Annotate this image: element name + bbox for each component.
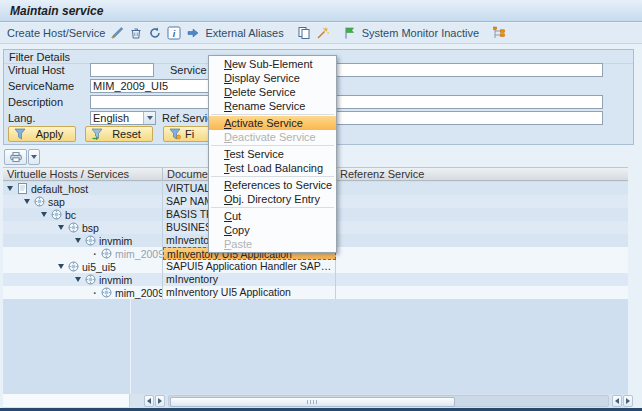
virtual-host-input[interactable] [90,63,154,77]
menu-item-cut[interactable]: Cut [209,209,336,223]
node-label: bc [65,209,76,221]
node-label: bsp [82,222,99,234]
leaf-icon: · [92,287,98,299]
service-icon [85,235,96,246]
tree-cell[interactable]: ·mim_2009_ui5 [3,247,163,260]
menu-item-deactivate-service: Deactivate Service [209,130,336,144]
ref-cell [336,221,628,234]
tree-cell[interactable]: default_host [3,182,163,195]
tree-cell[interactable]: bsp [3,221,163,234]
scroll-left-icon[interactable] [612,395,622,407]
service-icon [68,261,79,272]
scroll-left-icon[interactable] [144,395,154,407]
info-icon[interactable]: i [167,26,181,40]
table-row[interactable]: ·mim_2009_ui5mInventory UI5 Application [3,286,628,299]
expander-icon[interactable] [24,199,30,204]
reset-button-label: Reset [107,128,152,140]
service-icon [101,287,112,298]
dropdown-icon [31,155,37,159]
delete-icon[interactable] [129,26,143,40]
context-menu: New Sub-ElementDisplay ServiceDelete Ser… [208,55,337,253]
menu-item-activate-service[interactable]: Activate Service [209,116,336,130]
menu-separator [211,207,334,208]
tree-cell[interactable]: ·mim_2009_ui5 [3,286,163,299]
doc-cell[interactable]: mInventory UI5 Application [163,286,336,299]
menu-item-new-sub-element[interactable]: New Sub-Element [209,57,336,71]
hierarchy-icon[interactable] [492,26,506,40]
expander-icon[interactable] [41,212,47,217]
print-button[interactable] [4,149,27,165]
service-icon [101,248,112,259]
doc-cell[interactable]: SAPUI5 Application Handler SAPUI5 Applic… [163,260,336,273]
column-header-referenz-service[interactable]: Referenz Service [336,168,628,180]
page-title: Maintain service [10,4,103,18]
tree-cell[interactable]: invmim [3,273,163,286]
table-empty-area [3,299,628,394]
node-label: ui5_ui5 [82,261,116,273]
ref-cell [336,208,628,221]
expander-icon[interactable] [75,277,81,282]
refresh-icon[interactable] [148,26,162,40]
tree-cell[interactable]: sap [3,195,163,208]
service-name-label: ServiceName [8,80,74,92]
expander-icon[interactable] [58,225,64,230]
expander-icon[interactable] [75,238,81,243]
horizontal-scrollbar-row [3,394,628,408]
service-icon [68,222,79,233]
create-host-service-button[interactable]: Create Host/Service [7,27,105,39]
edit-icon[interactable] [110,26,124,40]
application-toolbar: Create Host/Service i External Aliases S… [0,23,642,44]
scroll-right-icon[interactable] [623,395,633,407]
menu-item-display-service[interactable]: Display Service [209,71,336,85]
menu-item-delete-service[interactable]: Delete Service [209,85,336,99]
service-icon [34,196,45,207]
tree-cell[interactable]: invmim [3,234,163,247]
copy-icon[interactable] [297,26,311,40]
dropdown-icon[interactable] [143,112,155,124]
menu-separator [211,145,334,146]
clean-icon[interactable] [316,26,330,40]
menu-item-test-load-balancing[interactable]: Test Load Balancing [209,161,336,175]
apply-button[interactable]: Apply [8,126,76,142]
language-value: English [91,112,143,124]
filter-fine-icon [169,128,181,140]
doc-cell[interactable]: mInventory [163,273,336,286]
reset-button[interactable]: Reset [85,126,153,142]
ref-cell [336,182,628,195]
print-dropdown-button[interactable] [28,149,40,165]
tree-cell[interactable]: bc [3,208,163,221]
table-row[interactable]: ui5_ui5SAPUI5 Application Handler SAPUI5… [3,260,628,273]
flag-icon[interactable] [343,26,357,40]
virtual-host-label: Virtual Host [8,64,65,76]
filter-reset-icon [91,128,103,140]
service-icon [51,209,62,220]
menu-item-references-to-service[interactable]: References to Service [209,178,336,192]
menu-item-paste: Paste [209,237,336,251]
scrollbar-track[interactable] [168,395,609,407]
expander-icon[interactable] [7,186,13,191]
menu-item-rename-service[interactable]: Rename Service [209,99,336,113]
ref-cell [336,286,628,299]
leaf-icon: · [92,248,98,260]
system-monitor-status[interactable]: System Monitor Inactive [362,27,479,39]
menu-item-test-service[interactable]: Test Service [209,147,336,161]
node-label: mim_2009_ui5 [115,287,163,299]
maintain-service-window: Maintain service Create Host/Service i E… [0,0,642,411]
ref-cell [336,273,628,286]
filter-apply-icon [14,128,26,140]
scrollbar-thumb[interactable] [170,397,455,407]
node-label: mim_2009_ui5 [115,248,163,260]
menu-separator [211,176,334,177]
external-aliases-button[interactable]: External Aliases [205,27,283,39]
table-row[interactable]: invmimmInventory [3,273,628,286]
menu-item-obj-directory-entry[interactable]: Obj. Directory Entry [209,192,336,206]
column-header-hosts-services[interactable]: Virtuelle Hosts / Services [3,168,163,180]
menu-item-copy[interactable]: Copy [209,223,336,237]
scroll-right-icon[interactable] [155,395,165,407]
external-alias-icon[interactable] [186,26,200,40]
tree-cell[interactable]: ui5_ui5 [3,260,163,273]
language-dropdown[interactable]: English [90,111,156,125]
node-label: sap [48,196,65,208]
expander-icon[interactable] [58,264,64,269]
description-input[interactable] [90,95,603,109]
